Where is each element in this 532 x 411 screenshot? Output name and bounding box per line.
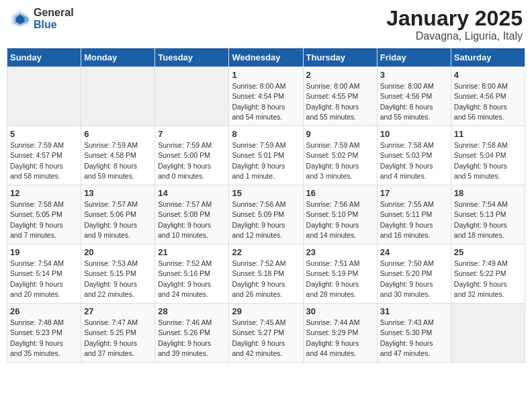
day-number: 8 [232,129,300,139]
day-number: 1 [232,70,300,80]
calendar-cell: 31Sunrise: 7:43 AMSunset: 5:30 PMDayligh… [377,304,451,363]
day-number: 30 [306,306,374,316]
calendar-cell: 7Sunrise: 7:59 AMSunset: 5:00 PMDaylight… [155,126,229,185]
day-info: Sunrise: 7:56 AMSunset: 5:10 PMDaylight:… [306,199,374,240]
day-number: 7 [158,129,226,139]
calendar-cell: 3Sunrise: 8:00 AMSunset: 4:56 PMDaylight… [377,67,451,126]
day-number: 25 [454,247,522,257]
day-info: Sunrise: 8:00 AMSunset: 4:54 PMDaylight:… [232,81,300,122]
weekday-header-thursday: Thursday [303,48,377,67]
calendar-cell: 13Sunrise: 7:57 AMSunset: 5:06 PMDayligh… [81,185,155,244]
logo-icon [9,8,31,30]
location-title: Davagna, Liguria, Italy [386,30,523,42]
calendar-cell: 23Sunrise: 7:51 AMSunset: 5:19 PMDayligh… [303,244,377,304]
day-info: Sunrise: 7:46 AMSunset: 5:26 PMDaylight:… [158,318,226,359]
logo: General Blue [9,7,74,30]
day-info: Sunrise: 7:54 AMSunset: 5:14 PMDaylight:… [10,259,78,300]
calendar-cell [155,67,229,126]
day-info: Sunrise: 7:59 AMSunset: 4:58 PMDaylight:… [84,140,152,181]
day-number: 2 [306,70,374,80]
calendar-cell: 17Sunrise: 7:55 AMSunset: 5:11 PMDayligh… [377,185,451,244]
day-info: Sunrise: 8:00 AMSunset: 4:56 PMDaylight:… [454,81,522,122]
day-number: 12 [10,188,78,198]
day-info: Sunrise: 7:57 AMSunset: 5:06 PMDaylight:… [84,199,152,240]
day-number: 4 [454,70,522,80]
day-info: Sunrise: 7:58 AMSunset: 5:04 PMDaylight:… [454,140,522,181]
day-info: Sunrise: 7:45 AMSunset: 5:27 PMDaylight:… [232,318,300,359]
day-number: 11 [454,129,522,139]
calendar-cell: 18Sunrise: 7:54 AMSunset: 5:13 PMDayligh… [451,185,525,244]
logo-blue: Blue [34,19,74,31]
calendar-cell: 2Sunrise: 8:00 AMSunset: 4:55 PMDaylight… [303,67,377,126]
day-info: Sunrise: 8:00 AMSunset: 4:55 PMDaylight:… [306,81,374,122]
weekday-header-friday: Friday [377,48,451,67]
day-number: 21 [158,247,226,257]
day-info: Sunrise: 7:51 AMSunset: 5:19 PMDaylight:… [306,259,374,300]
logo-general: General [34,7,74,19]
day-number: 23 [306,247,374,257]
day-info: Sunrise: 7:53 AMSunset: 5:15 PMDaylight:… [84,259,152,300]
day-info: Sunrise: 7:49 AMSunset: 5:22 PMDaylight:… [454,259,522,300]
calendar-cell: 16Sunrise: 7:56 AMSunset: 5:10 PMDayligh… [303,185,377,244]
calendar-cell: 8Sunrise: 7:59 AMSunset: 5:01 PMDaylight… [229,126,303,185]
day-info: Sunrise: 7:58 AMSunset: 5:05 PMDaylight:… [10,199,78,240]
calendar-cell: 11Sunrise: 7:58 AMSunset: 5:04 PMDayligh… [451,126,525,185]
logo-text: General Blue [34,7,74,30]
day-info: Sunrise: 7:56 AMSunset: 5:09 PMDaylight:… [232,199,300,240]
day-number: 26 [10,306,78,316]
day-info: Sunrise: 7:48 AMSunset: 5:23 PMDaylight:… [10,318,78,359]
calendar-cell: 22Sunrise: 7:52 AMSunset: 5:18 PMDayligh… [229,244,303,304]
calendar-cell: 6Sunrise: 7:59 AMSunset: 4:58 PMDaylight… [81,126,155,185]
day-number: 22 [232,247,300,257]
calendar-cell: 1Sunrise: 8:00 AMSunset: 4:54 PMDaylight… [229,67,303,126]
day-number: 13 [84,188,152,198]
day-info: Sunrise: 7:47 AMSunset: 5:25 PMDaylight:… [84,318,152,359]
calendar-cell: 21Sunrise: 7:52 AMSunset: 5:16 PMDayligh… [155,244,229,304]
calendar-cell: 29Sunrise: 7:45 AMSunset: 5:27 PMDayligh… [229,304,303,363]
day-info: Sunrise: 8:00 AMSunset: 4:56 PMDaylight:… [380,81,448,122]
day-number: 10 [380,129,448,139]
day-number: 19 [10,247,78,257]
day-info: Sunrise: 7:55 AMSunset: 5:11 PMDaylight:… [380,199,448,240]
day-number: 17 [380,188,448,198]
calendar-cell: 25Sunrise: 7:49 AMSunset: 5:22 PMDayligh… [451,244,525,304]
weekday-header-monday: Monday [81,48,155,67]
calendar-cell: 10Sunrise: 7:58 AMSunset: 5:03 PMDayligh… [377,126,451,185]
weekday-header-wednesday: Wednesday [229,48,303,67]
calendar-cell: 24Sunrise: 7:50 AMSunset: 5:20 PMDayligh… [377,244,451,304]
day-number: 15 [232,188,300,198]
day-number: 16 [306,188,374,198]
weekday-header-saturday: Saturday [451,48,525,67]
calendar-cell: 20Sunrise: 7:53 AMSunset: 5:15 PMDayligh… [81,244,155,304]
day-number: 9 [306,129,374,139]
calendar-cell: 28Sunrise: 7:46 AMSunset: 5:26 PMDayligh… [155,304,229,363]
month-title: January 2025 [386,7,523,30]
day-number: 3 [380,70,448,80]
calendar-cell: 27Sunrise: 7:47 AMSunset: 5:25 PMDayligh… [81,304,155,363]
day-number: 5 [10,129,78,139]
calendar-cell [7,67,81,126]
day-info: Sunrise: 7:59 AMSunset: 5:00 PMDaylight:… [158,140,226,181]
day-info: Sunrise: 7:52 AMSunset: 5:18 PMDaylight:… [232,259,300,300]
calendar-cell: 14Sunrise: 7:57 AMSunset: 5:08 PMDayligh… [155,185,229,244]
calendar-cell [81,67,155,126]
day-info: Sunrise: 7:59 AMSunset: 4:57 PMDaylight:… [10,140,78,181]
day-info: Sunrise: 7:50 AMSunset: 5:20 PMDaylight:… [380,259,448,300]
day-number: 6 [84,129,152,139]
day-number: 27 [84,306,152,316]
calendar-cell: 19Sunrise: 7:54 AMSunset: 5:14 PMDayligh… [7,244,81,304]
title-block: January 2025 Davagna, Liguria, Italy [386,7,523,42]
weekday-header-tuesday: Tuesday [155,48,229,67]
day-number: 29 [232,306,300,316]
calendar-cell: 15Sunrise: 7:56 AMSunset: 5:09 PMDayligh… [229,185,303,244]
calendar-cell: 26Sunrise: 7:48 AMSunset: 5:23 PMDayligh… [7,304,81,363]
day-number: 24 [380,247,448,257]
day-info: Sunrise: 7:54 AMSunset: 5:13 PMDaylight:… [454,199,522,240]
day-number: 14 [158,188,226,198]
day-info: Sunrise: 7:57 AMSunset: 5:08 PMDaylight:… [158,199,226,240]
day-info: Sunrise: 7:58 AMSunset: 5:03 PMDaylight:… [380,140,448,181]
calendar-cell: 4Sunrise: 8:00 AMSunset: 4:56 PMDaylight… [451,67,525,126]
calendar-cell [451,304,525,363]
day-number: 28 [158,306,226,316]
calendar-table: SundayMondayTuesdayWednesdayThursdayFrid… [7,48,525,363]
